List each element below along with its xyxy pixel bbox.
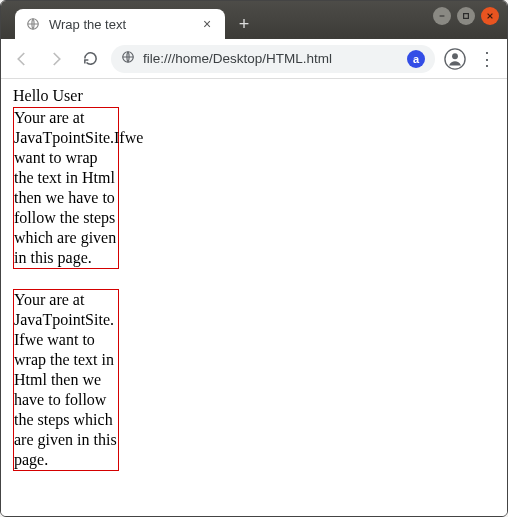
back-button[interactable] bbox=[9, 46, 35, 72]
reload-button[interactable] bbox=[77, 46, 103, 72]
tabstrip: Wrap the text × + bbox=[9, 1, 257, 39]
profile-avatar[interactable] bbox=[443, 47, 467, 71]
close-window-button[interactable] bbox=[481, 7, 499, 25]
window-controls bbox=[433, 7, 499, 25]
wrap-normal-box: Your are at JavaTpointSite.Ifwe want to … bbox=[13, 107, 119, 269]
url-text: file:///home/Desktop/HTML.html bbox=[143, 51, 399, 66]
minimize-button[interactable] bbox=[433, 7, 451, 25]
wrap-breakword-box: Your are at JavaTpointSite.Ifwe want to … bbox=[13, 289, 119, 471]
address-bar[interactable]: file:///home/Desktop/HTML.html a bbox=[111, 45, 435, 73]
svg-rect-2 bbox=[464, 14, 469, 19]
kebab-menu-icon[interactable]: ⋮ bbox=[475, 48, 499, 70]
forward-button[interactable] bbox=[43, 46, 69, 72]
maximize-button[interactable] bbox=[457, 7, 475, 25]
browser-window: Wrap the text × + bbox=[0, 0, 508, 517]
browser-tab[interactable]: Wrap the text × bbox=[15, 9, 225, 39]
globe-icon bbox=[121, 50, 135, 67]
new-tab-button[interactable]: + bbox=[231, 11, 257, 37]
titlebar: Wrap the text × + bbox=[1, 1, 507, 39]
greeting-text: Hello User bbox=[13, 87, 495, 105]
close-tab-icon[interactable]: × bbox=[199, 16, 215, 32]
page-content: Hello User Your are at JavaTpointSite.If… bbox=[1, 79, 507, 516]
browser-toolbar: file:///home/Desktop/HTML.html a ⋮ bbox=[1, 39, 507, 79]
extension-badge[interactable]: a bbox=[407, 50, 425, 68]
file-icon bbox=[25, 16, 41, 32]
svg-point-7 bbox=[452, 53, 458, 59]
tab-title: Wrap the text bbox=[49, 17, 191, 32]
